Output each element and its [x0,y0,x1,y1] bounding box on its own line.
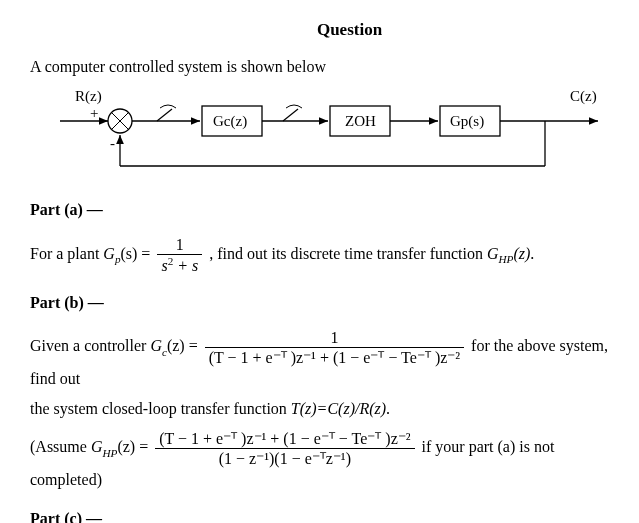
output-label: C(z) [570,88,597,105]
ghp-symbol: G [487,245,499,262]
gp-symbol: G [103,245,115,262]
frac-num: (T − 1 + e⁻ᵀ )z⁻¹ + (1 − e⁻ᵀ − Te⁻ᵀ )z⁻² [155,429,414,449]
ghp2-symbol: G [91,438,103,455]
frac-num: 1 [157,235,202,255]
period: . [386,400,390,417]
gc-arg: (z) = [167,337,198,354]
part-a-heading: Part (a) — [30,201,609,219]
frac-den: s2 + s [157,255,202,276]
gc-symbol: G [150,337,162,354]
ghp-fraction: (T − 1 + e⁻ᵀ )z⁻¹ + (1 − e⁻ᵀ − Te⁻ᵀ )z⁻²… [155,429,414,468]
svg-line-5 [157,109,172,121]
part-c-heading: Part (c) — [30,510,609,523]
period: . [530,245,534,262]
part-b-assume: (Assume GHP(z) = (T − 1 + e⁻ᵀ )z⁻¹ + (1 … [30,429,609,492]
text: For a plant [30,245,103,262]
controller-fraction: 1 (T − 1 + e⁻ᵀ )z⁻¹ + (1 − e⁻ᵀ − Te⁻ᵀ )z… [205,328,464,367]
ghp2-sub: HP [102,447,117,459]
block-gc: Gc(z) [213,113,247,130]
block-gp: Gp(s) [450,113,484,130]
ghp-arg: (z) [513,245,530,262]
plant-fraction: 1 s2 + s [157,235,202,276]
frac-num: 1 [205,328,464,348]
block-zoh: ZOH [345,113,376,129]
text: Given a controller [30,337,150,354]
gp-arg: (s) = [120,245,150,262]
frac-den: (1 − z⁻¹)(1 − e⁻ᵀz⁻¹) [155,449,414,468]
plus-sign: + [90,105,98,121]
part-a-text: For a plant Gp(s) = 1 s2 + s , find out … [30,235,609,276]
part-b-heading: Part (b) — [30,294,609,312]
block-diagram: R(z) + - Gc(z) ZOH Gp(s) C(z) [50,86,610,181]
tz-expr: T(z)=C(z)/R(z) [291,400,386,417]
text: the system closed-loop transfer function [30,400,291,417]
input-label: R(z) [75,88,102,105]
minus-sign: - [110,135,115,151]
ghp-sub: HP [499,253,514,265]
part-b-text-2: the system closed-loop transfer function… [30,397,609,421]
part-b-text-1: Given a controller Gc(z) = 1 (T − 1 + e⁻… [30,328,609,391]
text: (Assume [30,438,91,455]
text: , find out its discrete time transfer fu… [209,245,487,262]
intro-text: A computer controlled system is shown be… [30,58,609,76]
frac-den: (T − 1 + e⁻ᵀ )z⁻¹ + (1 − e⁻ᵀ − Te⁻ᵀ )z⁻² [205,348,464,367]
ghp2-arg: (z) = [117,438,148,455]
svg-line-8 [283,109,298,121]
page-title: Question [90,20,609,40]
